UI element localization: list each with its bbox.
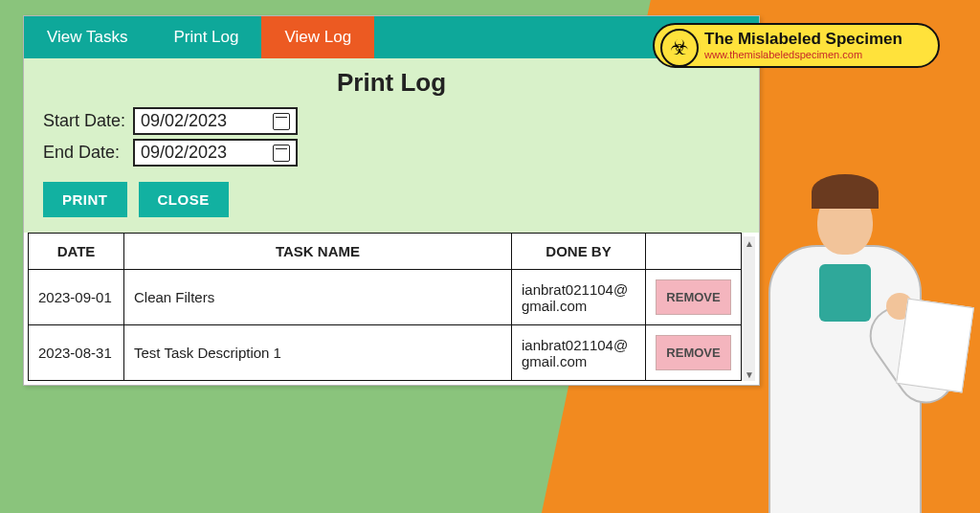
col-date: DATE	[29, 234, 124, 270]
cell-done: ianbrat021104@gmail.com	[512, 325, 646, 381]
calendar-icon[interactable]	[273, 113, 290, 130]
log-table: DATE TASK NAME DONE BY 2023-09-01 Clean …	[28, 233, 742, 381]
cell-date: 2023-08-31	[29, 325, 124, 381]
col-done: DONE BY	[512, 234, 646, 270]
col-action	[646, 234, 742, 270]
remove-button[interactable]: REMOVE	[656, 279, 730, 315]
start-date-label: Start Date:	[43, 111, 133, 131]
cell-task: Test Task Description 1	[124, 325, 512, 381]
log-table-wrap: ▲ ▼ DATE TASK NAME DONE BY 2023-09-01 Cl…	[24, 233, 759, 385]
app-window: View Tasks Print Log View Log Print Log …	[23, 15, 760, 386]
end-date-value: 09/02/2023	[141, 143, 227, 163]
start-date-input[interactable]: 09/02/2023	[133, 107, 298, 135]
table-header-row: DATE TASK NAME DONE BY	[29, 234, 742, 270]
tab-bar: View Tasks Print Log View Log	[24, 16, 759, 58]
end-date-label: End Date:	[43, 143, 133, 163]
brand-url: www.themislabeledspecimen.com	[704, 49, 924, 60]
tab-print-log[interactable]: Print Log	[150, 16, 261, 58]
page-title: Print Log	[43, 68, 740, 98]
end-date-input[interactable]: 09/02/2023	[133, 139, 298, 167]
brand-badge: ☣ The Mislabeled Specimen www.themislabe…	[653, 23, 940, 68]
biohazard-icon: ☣	[660, 29, 699, 67]
calendar-icon[interactable]	[273, 145, 290, 162]
table-row: 2023-09-01 Clean Filters ianbrat021104@g…	[29, 270, 742, 325]
tab-view-tasks[interactable]: View Tasks	[24, 16, 150, 58]
start-date-value: 09/02/2023	[141, 111, 227, 131]
brand-title: The Mislabeled Specimen	[704, 31, 924, 49]
table-row: 2023-08-31 Test Task Description 1 ianbr…	[29, 325, 742, 381]
remove-button[interactable]: REMOVE	[656, 335, 730, 370]
cell-date: 2023-09-01	[29, 270, 124, 325]
doctor-illustration	[745, 111, 946, 513]
cell-done: ianbrat021104@gmail.com	[512, 270, 646, 325]
print-button[interactable]: PRINT	[43, 182, 127, 217]
filter-panel: Print Log Start Date: 09/02/2023 End Dat…	[24, 58, 759, 233]
close-button[interactable]: CLOSE	[139, 182, 229, 217]
tab-view-log[interactable]: View Log	[261, 16, 374, 58]
col-task: TASK NAME	[124, 234, 512, 270]
cell-task: Clean Filters	[124, 270, 512, 325]
